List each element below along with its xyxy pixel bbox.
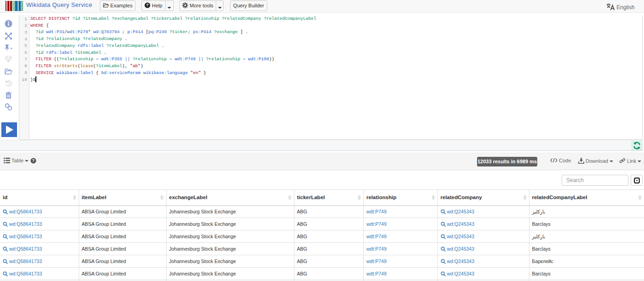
svg-text:?: ?: [146, 3, 149, 7]
svg-text:?: ?: [32, 158, 34, 163]
